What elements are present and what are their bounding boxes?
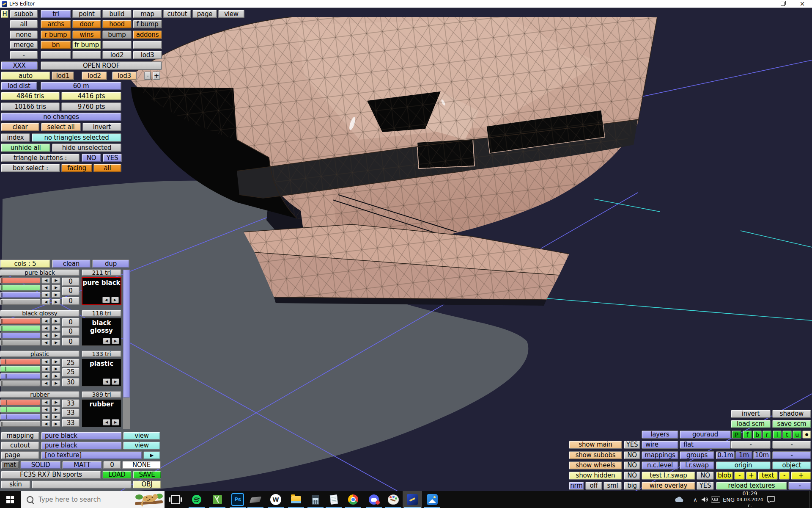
increment-icon[interactable]: ▶ (52, 332, 60, 339)
load-scm-button[interactable]: load scm (731, 420, 771, 428)
nrm-off-button[interactable]: off (585, 482, 602, 490)
swatch-prev-icon[interactable]: ◀ (103, 378, 110, 385)
taskbar-app-calculator[interactable] (306, 491, 325, 508)
reload-textures-button[interactable]: reload textures (716, 482, 787, 490)
index-button[interactable]: index (1, 133, 30, 142)
touch-keyboard-tray-icon[interactable] (710, 491, 721, 508)
lod3-button[interactable]: lod3 (112, 72, 137, 80)
decrement-icon[interactable]: ◀ (41, 318, 50, 324)
menu-tab-point[interactable]: point (72, 10, 101, 18)
group-none-button[interactable]: none (10, 30, 38, 39)
skin-value[interactable] (32, 480, 132, 489)
red-slider[interactable] (0, 399, 41, 406)
decrement-icon[interactable]: ◀ (41, 366, 50, 372)
swatch-next-icon[interactable]: ▶ (111, 297, 119, 303)
menu-tab-h[interactable]: H (1, 10, 8, 18)
layers-button[interactable]: layers (642, 431, 678, 439)
mapping-value[interactable]: pure black (41, 432, 122, 440)
menu-tab-map[interactable]: map (133, 10, 162, 18)
clear-button[interactable]: clear (1, 123, 39, 131)
group-frbump-button[interactable]: fr bump (72, 41, 101, 49)
increment-icon[interactable]: ▶ (52, 399, 60, 406)
mapping-label[interactable]: mapping (1, 432, 39, 440)
hide-unselected-button[interactable]: hide unselected (52, 144, 121, 152)
search-highlight-cheetah-image[interactable] (134, 491, 165, 508)
green-slider[interactable] (0, 366, 41, 372)
wire-overlay-button[interactable]: wire overlay (642, 482, 695, 490)
mapping-view-button[interactable]: view (123, 432, 160, 440)
decrement-icon[interactable]: ◀ (41, 380, 50, 387)
open-roof-button[interactable]: OPEN ROOF (41, 61, 162, 70)
blank-button[interactable] (72, 51, 101, 59)
blue-value[interactable]: 0 (62, 297, 80, 305)
taskbar-app-photoshop[interactable]: Ps (228, 491, 247, 508)
decrement-icon[interactable]: ◀ (41, 414, 50, 420)
clean-button[interactable]: clean (52, 260, 91, 268)
increment-icon[interactable]: ▶ (52, 292, 60, 298)
invert-view-button[interactable]: invert (731, 410, 771, 418)
lod1-button[interactable]: lod1 (52, 72, 74, 80)
decrement-icon[interactable]: ◀ (41, 399, 50, 406)
group-merge-button[interactable]: merge (10, 41, 38, 49)
green-value[interactable]: 0 (62, 287, 80, 295)
origin-button[interactable]: origin (716, 461, 771, 469)
show-wheels-button[interactable]: show wheels (569, 461, 622, 469)
cols-count[interactable]: cols : 5 (0, 260, 50, 268)
wire-button[interactable]: wire (642, 441, 678, 449)
mat-label[interactable]: mat (1, 461, 19, 469)
increment-icon[interactable]: ▶ (52, 406, 60, 413)
search-input[interactable] (38, 495, 111, 504)
mat-none-button[interactable]: NONE (122, 461, 161, 469)
decrement-icon[interactable]: ◀ (41, 406, 50, 413)
material-swatch[interactable]: black glossy ◀▶ (82, 318, 121, 346)
cutout-label[interactable]: cutout (1, 442, 39, 450)
green-value[interactable]: 33 (62, 409, 80, 417)
model-name[interactable]: FC3S RX7 BN sports (1, 471, 101, 479)
triangle-buttons-no[interactable]: NO (82, 154, 101, 162)
box-select-facing[interactable]: facing (61, 164, 92, 172)
onedrive-tray-icon[interactable] (672, 491, 687, 508)
lod-dist-value[interactable]: 60 m (41, 82, 121, 90)
dup-button[interactable]: dup (92, 260, 129, 268)
mat-matt-button[interactable]: MATT (62, 461, 102, 469)
group-bn-button[interactable]: bn (41, 41, 71, 49)
flag-f-button[interactable]: f (743, 431, 752, 439)
groups-button[interactable]: groups (680, 451, 714, 459)
decrement-icon[interactable]: ◀ (41, 373, 50, 379)
group-dash-button[interactable]: - (10, 51, 38, 59)
dash-button[interactable]: - (772, 441, 811, 449)
colors-scrollbar-thumb[interactable] (123, 270, 130, 398)
shine-slider[interactable] (0, 340, 41, 346)
show-wheels-value[interactable]: NO (624, 461, 640, 469)
blue-slider[interactable] (0, 373, 41, 379)
material-name[interactable]: pure black (0, 269, 80, 276)
menu-tab-tri[interactable]: tri (41, 10, 71, 18)
blue-slider[interactable] (0, 414, 41, 420)
decrement-icon[interactable]: ◀ (41, 359, 50, 365)
red-slider[interactable] (0, 277, 41, 284)
text-minus-button[interactable]: - (779, 472, 790, 480)
flag-t-button[interactable]: t (782, 431, 792, 439)
decrement-icon[interactable]: ◀ (41, 292, 50, 298)
tray-expand-chevron[interactable]: ∧ (690, 491, 700, 508)
box-select-all[interactable]: all (93, 164, 121, 172)
menu-tab-cutout[interactable]: cutout (163, 10, 191, 18)
language-indicator[interactable]: ENG (721, 491, 736, 508)
cutout-view-button[interactable]: view (123, 442, 160, 450)
task-view-button[interactable] (166, 491, 185, 508)
group-wins-button[interactable]: wins (72, 30, 101, 39)
show-main-button[interactable]: show main (569, 441, 622, 449)
dash-button[interactable]: - (772, 451, 811, 459)
green-value[interactable]: 0 (62, 327, 80, 336)
decrement-icon[interactable]: ◀ (41, 340, 50, 346)
dash-button[interactable]: - (731, 441, 771, 449)
lod-plus-button[interactable]: + (153, 72, 160, 80)
flag-b-button[interactable]: b (753, 431, 762, 439)
increment-icon[interactable]: ▶ (52, 277, 60, 284)
group-rbump-button[interactable]: r bump (41, 30, 71, 39)
text-button[interactable]: text (758, 472, 778, 480)
increment-icon[interactable]: ▶ (52, 284, 60, 291)
material-name[interactable]: plastic (0, 351, 80, 357)
mappings-button[interactable]: mappings (642, 451, 678, 459)
increment-icon[interactable]: ▶ (52, 414, 60, 420)
